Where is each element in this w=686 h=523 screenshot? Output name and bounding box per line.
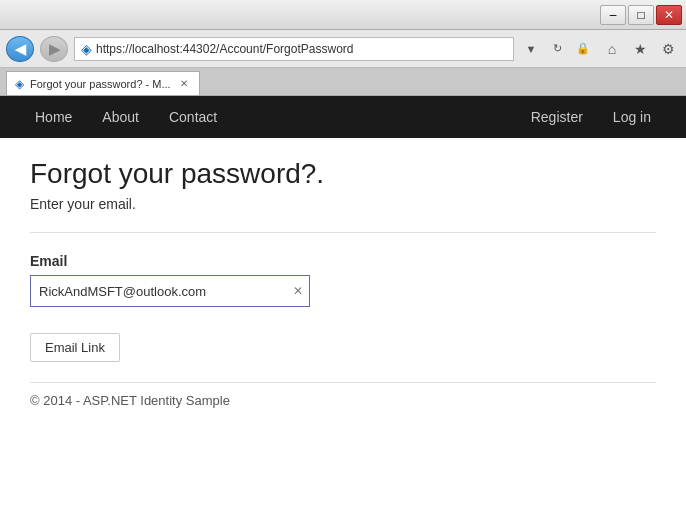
favorites-button[interactable]: ★ <box>628 37 652 61</box>
nav-home[interactable]: Home <box>20 99 87 135</box>
title-bar: – □ ✕ <box>0 0 686 30</box>
forward-button[interactable]: ▶ <box>40 36 68 62</box>
site-nav: Home About Contact Register Log in <box>0 96 686 138</box>
email-input[interactable] <box>31 276 309 306</box>
toolbar-icons: ⌂ ★ ⚙ <box>600 37 680 61</box>
nav-login[interactable]: Log in <box>598 99 666 135</box>
site-nav-left: Home About Contact <box>20 99 232 135</box>
bottom-divider <box>30 382 656 383</box>
window-controls: – □ ✕ <box>600 5 682 25</box>
back-button[interactable]: ◀ <box>6 36 34 62</box>
email-label: Email <box>30 253 656 269</box>
page-content: Forgot your password?. Enter your email.… <box>0 138 686 523</box>
minimize-button[interactable]: – <box>600 5 626 25</box>
page-subtitle: Enter your email. <box>30 196 656 212</box>
address-input-wrap[interactable]: ◈ https://localhost:44302/Account/Forgot… <box>74 37 514 61</box>
tab-favicon: ◈ <box>15 77 24 91</box>
clear-input-button[interactable]: ✕ <box>293 284 303 298</box>
settings-button[interactable]: ⚙ <box>656 37 680 61</box>
address-actions: ▼ ↻ 🔒 <box>520 38 594 60</box>
browser-window: – □ ✕ ◀ ▶ ◈ https://localhost:44302/Acco… <box>0 0 686 523</box>
site-nav-right: Register Log in <box>516 99 666 135</box>
email-form-group: Email ✕ <box>30 253 656 307</box>
maximize-button[interactable]: □ <box>628 5 654 25</box>
top-divider <box>30 232 656 233</box>
tab-close-button[interactable]: ✕ <box>177 77 191 91</box>
forward-icon: ▶ <box>49 41 60 57</box>
footer-text: © 2014 - ASP.NET Identity Sample <box>30 393 656 408</box>
active-tab[interactable]: ◈ Forgot your password? - M... ✕ <box>6 71 200 95</box>
page-title: Forgot your password?. <box>30 158 656 190</box>
ie-icon: ◈ <box>81 41 92 57</box>
nav-register[interactable]: Register <box>516 99 598 135</box>
address-bar: ◀ ▶ ◈ https://localhost:44302/Account/Fo… <box>0 30 686 68</box>
nav-contact[interactable]: Contact <box>154 99 232 135</box>
home-button[interactable]: ⌂ <box>600 37 624 61</box>
nav-about[interactable]: About <box>87 99 154 135</box>
tab-title: Forgot your password? - M... <box>30 78 171 90</box>
refresh-button[interactable]: ↻ <box>546 38 568 60</box>
email-input-wrap: ✕ <box>30 275 310 307</box>
search-dropdown-button[interactable]: ▼ <box>520 38 542 60</box>
url-display: https://localhost:44302/Account/ForgotPa… <box>96 42 353 56</box>
email-link-button[interactable]: Email Link <box>30 333 120 362</box>
tab-bar: ◈ Forgot your password? - M... ✕ <box>0 68 686 96</box>
back-icon: ◀ <box>15 41 26 57</box>
close-button[interactable]: ✕ <box>656 5 682 25</box>
lock-icon: 🔒 <box>572 38 594 60</box>
browser-content: Home About Contact Register Log in Forgo… <box>0 96 686 523</box>
